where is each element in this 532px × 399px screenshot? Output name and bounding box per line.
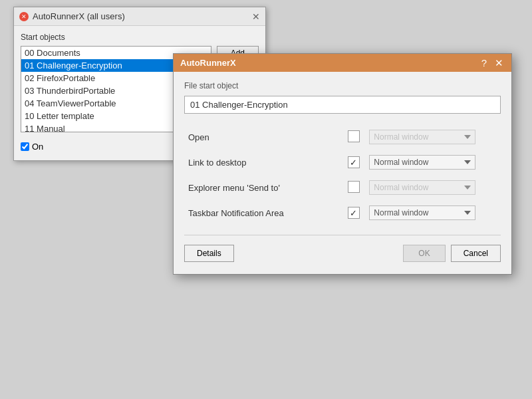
details-button[interactable]: Details: [184, 245, 234, 262]
fg-title-bar: AutoRunnerX ? ✕: [174, 54, 511, 72]
option-row: Taskbar Notification Area✓Normal windowM…: [184, 200, 501, 225]
option-row: OpenNormal windowMinimizedMaximized: [184, 124, 501, 150]
close-x-button[interactable]: ✕: [252, 12, 260, 21]
ok-button-dialog[interactable]: OK: [403, 245, 445, 262]
file-input[interactable]: [184, 96, 501, 114]
footer-buttons: OK Cancel: [403, 245, 501, 262]
option-row: Link to desktop✓Normal windowMinimizedMa…: [184, 150, 501, 175]
cancel-button[interactable]: Cancel: [451, 245, 501, 262]
foreground-dialog: AutoRunnerX ? ✕ File start object OpenNo…: [173, 53, 512, 275]
help-button[interactable]: ?: [480, 58, 488, 68]
on-label: On: [32, 142, 43, 152]
option-dropdown[interactable]: Normal windowMinimizedMaximized: [369, 205, 475, 220]
fg-dialog-title: AutoRunnerX: [180, 58, 236, 68]
option-dropdown[interactable]: Normal windowMinimizedMaximized: [369, 130, 475, 144]
option-row: Explorer menu 'Send to'Normal windowMini…: [184, 175, 501, 200]
dialog-close-button[interactable]: ✕: [493, 58, 505, 68]
option-checkbox[interactable]: ✓: [348, 207, 360, 219]
dialog-footer: Details OK Cancel: [184, 245, 501, 265]
close-icon[interactable]: ✕: [19, 12, 29, 21]
title-left: ✕ AutoRunnerX (all users): [19, 11, 125, 21]
on-checkbox[interactable]: [21, 142, 29, 151]
on-checkbox-row[interactable]: On: [21, 142, 43, 152]
option-label: Explorer menu 'Send to': [184, 175, 342, 200]
option-label: Link to desktop: [184, 150, 342, 175]
separator: [184, 235, 501, 235]
option-dropdown[interactable]: Normal windowMinimizedMaximized: [369, 180, 475, 195]
file-section-label: File start object: [184, 81, 501, 90]
option-dropdown[interactable]: Normal windowMinimizedMaximized: [369, 155, 475, 170]
option-checkbox[interactable]: [348, 130, 360, 142]
bg-title-bar: ✕ AutoRunnerX (all users) ✕: [14, 7, 265, 26]
option-label: Open: [184, 124, 342, 150]
title-actions: ? ✕: [480, 58, 505, 68]
option-label: Taskbar Notification Area: [184, 200, 342, 225]
section-label: Start objects: [21, 33, 259, 42]
bg-window-title: AutoRunnerX (all users): [33, 11, 125, 21]
option-checkbox[interactable]: [348, 181, 360, 193]
dialog-body: File start object OpenNormal windowMinim…: [174, 72, 511, 274]
option-checkbox[interactable]: ✓: [348, 156, 360, 168]
options-table: OpenNormal windowMinimizedMaximizedLink …: [184, 124, 501, 225]
